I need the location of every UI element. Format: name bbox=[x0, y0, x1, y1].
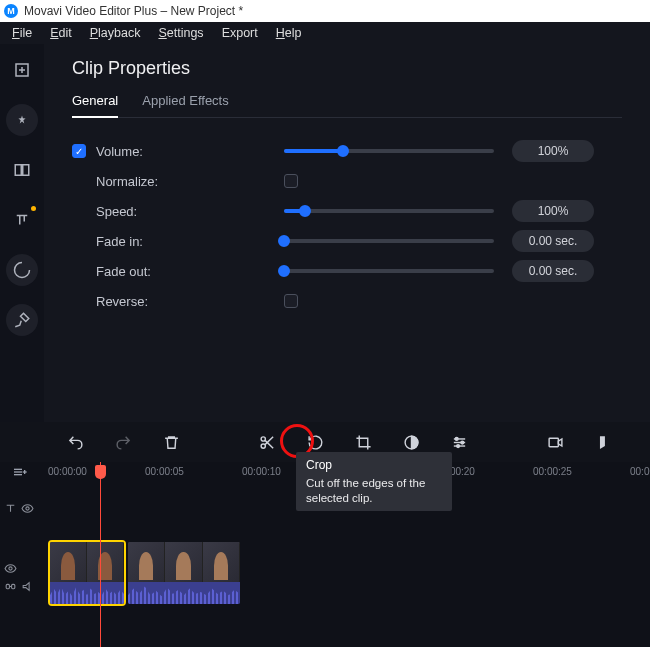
panel-title: Clip Properties bbox=[72, 58, 622, 79]
video-clip-2[interactable] bbox=[126, 540, 242, 606]
menu-settings[interactable]: Settings bbox=[158, 26, 203, 40]
tooltip-body: Cut off the edges of the selected clip. bbox=[306, 476, 442, 506]
svg-rect-4 bbox=[23, 165, 29, 176]
volume-slider[interactable] bbox=[284, 149, 494, 153]
clip-properties-icon[interactable] bbox=[448, 431, 470, 453]
volume-checkbox[interactable]: ✓ bbox=[72, 144, 86, 158]
stickers-icon[interactable] bbox=[6, 254, 38, 286]
video-track-controls[interactable] bbox=[4, 562, 17, 575]
playhead[interactable] bbox=[100, 462, 101, 647]
ruler-mark: 00:00:25 bbox=[533, 466, 572, 477]
menu-edit[interactable]: Edit bbox=[50, 26, 72, 40]
crop-tooltip: Crop Cut off the edges of the selected c… bbox=[296, 452, 452, 511]
svg-point-6 bbox=[261, 443, 265, 447]
titles-icon[interactable] bbox=[6, 204, 38, 236]
transitions-icon[interactable] bbox=[6, 154, 38, 186]
title-text: Movavi Video Editor Plus – New Project * bbox=[24, 4, 243, 18]
video-track-link[interactable] bbox=[4, 580, 34, 593]
undo-icon[interactable] bbox=[64, 431, 86, 453]
color-adjust-icon[interactable] bbox=[400, 431, 422, 453]
reverse-label: Reverse: bbox=[96, 294, 174, 309]
menu-bar: File Edit Playback Settings Export Help bbox=[0, 22, 650, 44]
tool-sidebar bbox=[0, 44, 44, 422]
speed-slider[interactable] bbox=[284, 209, 494, 213]
ruler-mark: 00:00:05 bbox=[145, 466, 184, 477]
fadein-slider[interactable] bbox=[284, 239, 494, 243]
menu-playback[interactable]: Playback bbox=[90, 26, 141, 40]
more-tools-icon[interactable] bbox=[6, 304, 38, 336]
speed-label: Speed: bbox=[96, 204, 174, 219]
video-clip-1[interactable] bbox=[48, 540, 126, 606]
fadeout-slider[interactable] bbox=[284, 269, 494, 273]
svg-point-12 bbox=[460, 441, 463, 444]
fadeout-value[interactable]: 0.00 sec. bbox=[512, 260, 594, 282]
import-icon[interactable] bbox=[6, 54, 38, 86]
svg-rect-14 bbox=[549, 438, 558, 447]
timeline-toolbar: Crop Cut off the edges of the selected c… bbox=[0, 422, 650, 462]
rotate-icon[interactable] bbox=[304, 431, 326, 453]
svg-point-5 bbox=[261, 436, 265, 440]
volume-value[interactable]: 100% bbox=[512, 140, 594, 162]
fadein-value[interactable]: 0.00 sec. bbox=[512, 230, 594, 252]
volume-label: Volume: bbox=[96, 144, 174, 159]
svg-point-21 bbox=[9, 567, 12, 570]
delete-icon[interactable] bbox=[160, 431, 182, 453]
app-logo-icon: M bbox=[4, 4, 18, 18]
svg-rect-22 bbox=[6, 584, 9, 588]
menu-help[interactable]: Help bbox=[276, 26, 302, 40]
ruler-mark: 00:00:00 bbox=[48, 466, 87, 477]
marker-icon[interactable] bbox=[592, 431, 614, 453]
svg-point-20 bbox=[26, 507, 29, 510]
menu-export[interactable]: Export bbox=[222, 26, 258, 40]
crop-icon[interactable] bbox=[352, 431, 374, 453]
fadein-label: Fade in: bbox=[96, 234, 174, 249]
reverse-checkbox[interactable] bbox=[284, 294, 298, 308]
svg-point-13 bbox=[456, 444, 459, 447]
ruler-mark: 00:00:10 bbox=[242, 466, 281, 477]
redo-icon[interactable] bbox=[112, 431, 134, 453]
fadeout-label: Fade out: bbox=[96, 264, 174, 279]
speed-value[interactable]: 100% bbox=[512, 200, 594, 222]
svg-rect-23 bbox=[12, 584, 15, 588]
tab-general[interactable]: General bbox=[72, 93, 118, 118]
tooltip-title: Crop bbox=[306, 458, 442, 474]
normalize-label: Normalize: bbox=[96, 174, 174, 189]
title-track-controls[interactable] bbox=[4, 502, 34, 515]
normalize-checkbox[interactable] bbox=[284, 174, 298, 188]
clip-properties-panel: Clip Properties General Applied Effects … bbox=[44, 44, 650, 422]
ruler-mark: 00:00:30 bbox=[630, 466, 650, 477]
split-icon[interactable] bbox=[256, 431, 278, 453]
svg-rect-3 bbox=[15, 165, 21, 176]
tab-applied-effects[interactable]: Applied Effects bbox=[142, 93, 228, 117]
record-icon[interactable] bbox=[544, 431, 566, 453]
svg-point-11 bbox=[455, 437, 458, 440]
filters-icon[interactable] bbox=[6, 104, 38, 136]
menu-file[interactable]: File bbox=[12, 26, 32, 40]
